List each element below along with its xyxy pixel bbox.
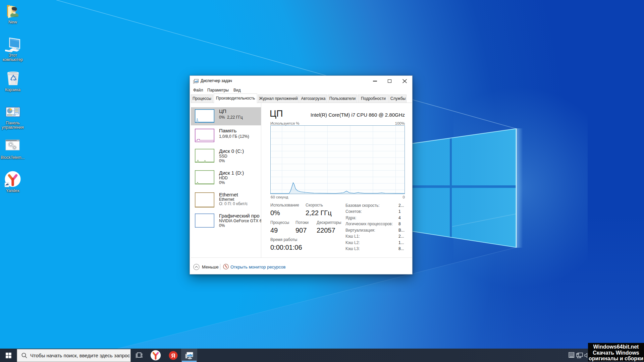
svg-text:Я: Я — [171, 353, 175, 359]
